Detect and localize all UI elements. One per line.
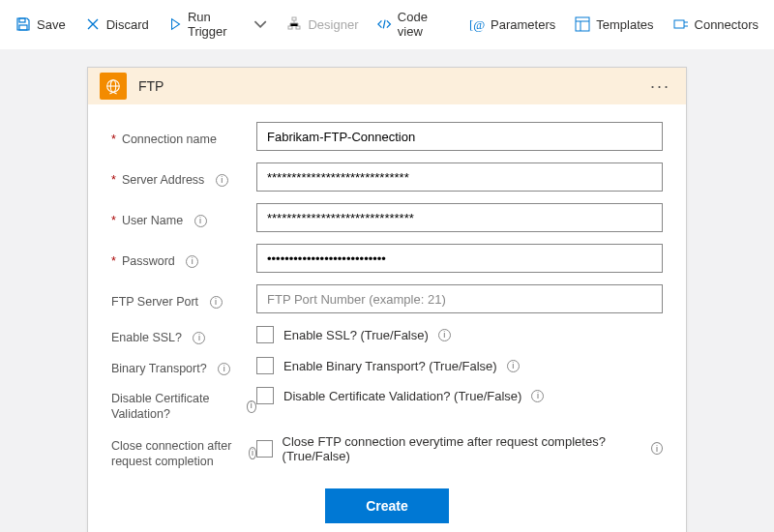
info-icon[interactable]: i: [193, 332, 205, 344]
designer-label: Designer: [308, 17, 358, 32]
designer-canvas: FTP ··· *Connection name *Server Address…: [0, 49, 774, 532]
toolbar: Save Discard Run Trigger Designer Code v…: [0, 0, 774, 49]
info-icon[interactable]: i: [210, 296, 223, 309]
play-icon: [168, 16, 182, 32]
svg-rect-9: [674, 20, 684, 28]
designer-icon: [286, 16, 302, 32]
connection-name-input[interactable]: [256, 122, 663, 151]
templates-icon: [575, 16, 590, 32]
run-trigger-label: Run Trigger: [188, 10, 246, 39]
code-icon: [377, 16, 391, 32]
connectors-icon: [673, 16, 689, 32]
save-icon: [15, 16, 31, 32]
create-button[interactable]: Create: [325, 488, 449, 523]
ftp-card: FTP ··· *Connection name *Server Address…: [87, 67, 687, 532]
templates-button[interactable]: Templates: [567, 13, 661, 36]
svg-rect-1: [19, 25, 27, 30]
code-view-label: Code view: [398, 10, 450, 39]
close-conn-label: Close connection after request completio…: [111, 434, 256, 470]
parameters-label: Parameters: [491, 17, 555, 32]
discard-icon: [85, 16, 101, 32]
discard-label: Discard: [106, 17, 149, 32]
info-icon[interactable]: i: [216, 174, 228, 187]
disable-cert-label: Disable Certificate Validation? i: [111, 387, 256, 423]
code-view-button[interactable]: Code view: [370, 6, 458, 43]
save-button[interactable]: Save: [8, 13, 74, 36]
svg-text:[@]: [@]: [469, 17, 485, 32]
ftp-port-input[interactable]: [256, 284, 663, 313]
password-input[interactable]: [256, 244, 663, 273]
connectors-label: Connectors: [695, 17, 759, 32]
chevron-down-icon: [253, 16, 267, 32]
enable-ssl-label: Enable SSL? i: [111, 325, 256, 344]
info-icon[interactable]: i: [438, 329, 451, 341]
designer-button: Designer: [279, 13, 366, 36]
info-icon[interactable]: i: [531, 390, 544, 402]
close-conn-checkbox[interactable]: [256, 440, 273, 458]
binary-transport-checkbox[interactable]: [256, 357, 274, 374]
svg-rect-3: [288, 26, 292, 29]
close-conn-check-label: Close FTP connection everytime after req…: [283, 434, 641, 463]
binary-transport-label: Binary Transport? i: [111, 356, 256, 375]
svg-rect-0: [19, 18, 25, 22]
templates-label: Templates: [596, 17, 653, 32]
password-label: *Password i: [111, 249, 256, 268]
info-icon[interactable]: i: [507, 360, 520, 372]
discard-button[interactable]: Discard: [77, 13, 157, 36]
card-header[interactable]: FTP ···: [88, 68, 686, 104]
user-name-input[interactable]: [256, 203, 663, 232]
info-icon[interactable]: i: [194, 215, 207, 227]
parameters-button[interactable]: [@] Parameters: [461, 13, 563, 36]
svg-rect-6: [576, 17, 589, 31]
card-title: FTP: [138, 78, 646, 94]
info-icon[interactable]: i: [247, 400, 257, 413]
server-address-label: *Server Address i: [111, 167, 256, 187]
enable-ssl-check-label: Enable SSL? (True/False): [283, 328, 429, 342]
server-address-input[interactable]: [256, 163, 663, 192]
binary-check-label: Enable Binary Transport? (True/False): [283, 359, 497, 373]
ftp-icon: [100, 73, 127, 100]
run-trigger-button[interactable]: Run Trigger: [161, 6, 276, 43]
card-body: *Connection name *Server Address i *User…: [88, 104, 686, 532]
parameters-icon: [@]: [469, 16, 485, 32]
connectors-button[interactable]: Connectors: [666, 13, 766, 36]
svg-rect-4: [296, 26, 300, 29]
card-menu-button[interactable]: ···: [646, 77, 674, 95]
enable-ssl-checkbox[interactable]: [256, 326, 274, 343]
info-icon[interactable]: i: [651, 442, 663, 455]
ftp-port-label: FTP Server Port i: [111, 289, 256, 309]
info-icon[interactable]: i: [249, 447, 256, 459]
svg-rect-2: [292, 17, 296, 20]
save-label: Save: [37, 17, 66, 32]
connection-name-label: *Connection name: [111, 127, 256, 146]
disable-cert-checkbox[interactable]: [256, 387, 274, 404]
info-icon[interactable]: i: [218, 363, 230, 375]
user-name-label: *User Name i: [111, 208, 256, 227]
disable-cert-check-label: Disable Certificate Validation? (True/Fa…: [283, 389, 521, 403]
info-icon[interactable]: i: [186, 255, 198, 268]
